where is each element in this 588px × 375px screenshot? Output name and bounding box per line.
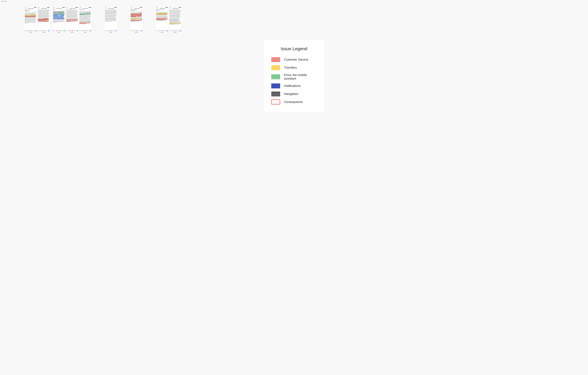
tab-today[interactable]: Today (169, 30, 171, 32)
review-content: Mediocre 1y ago ★★★★★ La Buena Protector… (52, 9, 65, 30)
tab-apps[interactable]: 13Apps (110, 30, 112, 32)
phone-1: 10:32 Back Ratings & Reviews Ratings & R… (24, 7, 37, 33)
tab-apps[interactable]: 13Apps (174, 30, 177, 32)
tab-label: Games (108, 31, 109, 32)
tab-arcade[interactable]: Arcade (86, 30, 89, 32)
arcade-icon (164, 30, 165, 31)
tab-today[interactable]: Today (156, 30, 158, 32)
status-bar: 10:58 🔒 (156, 7, 168, 8)
review-body: The app does most of basic functions you… (169, 10, 181, 25)
swatch-erica (271, 74, 280, 79)
tab-apps[interactable]: 13Apps (58, 30, 60, 32)
tab-arcade[interactable]: Arcade (60, 30, 63, 32)
games-icon (41, 30, 42, 31)
tab-apps[interactable]: 13Apps (84, 30, 86, 32)
tab-bar: Today 2Games 13Apps Arcade Search (105, 30, 117, 32)
review-content: The Beginning by, Me. 2y ago ★★★★★ Blake… (79, 9, 92, 30)
tab-games[interactable]: 2Games (68, 30, 71, 32)
legend-row-navigation: Navigation (271, 92, 317, 96)
tab-apps[interactable]: 13Apps (161, 30, 163, 32)
chevron-left-icon[interactable] (105, 8, 105, 9)
chevron-left-icon[interactable] (38, 8, 38, 9)
status-icons (114, 7, 116, 8)
tab-today[interactable]: Today (79, 30, 81, 32)
tab-label: Apps (72, 31, 73, 32)
tab-apps[interactable]: 13Apps (71, 30, 73, 32)
search-icon (116, 30, 116, 31)
tab-label: Games (28, 31, 29, 32)
chevron-left-icon[interactable] (53, 8, 53, 9)
status-icons (179, 7, 181, 8)
battery-icon (180, 7, 181, 8)
tab-search[interactable]: Search (115, 30, 117, 32)
chevron-left-icon[interactable] (156, 8, 157, 9)
tab-today[interactable]: Today (66, 30, 68, 32)
search-icon (180, 30, 181, 31)
tab-apps[interactable]: 13Apps (135, 30, 138, 32)
status-icons (89, 7, 91, 8)
home-indicator (42, 32, 45, 32)
tab-today[interactable]: Today (24, 30, 27, 32)
tab-arcade[interactable]: Arcade (138, 30, 140, 32)
tab-today[interactable]: Today (105, 30, 107, 32)
tab-search[interactable]: Search (34, 30, 37, 32)
tab-search[interactable]: Search (63, 30, 65, 32)
tab-games[interactable]: 2Games (171, 30, 174, 32)
tab-today[interactable]: Today (52, 30, 55, 32)
tab-games[interactable]: 2Games (55, 30, 58, 32)
tab-games[interactable]: 2Games (40, 30, 42, 32)
tab-games[interactable]: 2Games (27, 30, 29, 32)
tab-apps[interactable]: 13Apps (29, 30, 32, 32)
review-title: Bank of America customers Services is ho… (131, 10, 139, 11)
tab-arcade[interactable]: Arcade (32, 30, 34, 32)
nav-title: Ratings & Reviews (106, 8, 117, 9)
chevron-left-icon[interactable] (169, 8, 170, 9)
tab-apps[interactable]: 13Apps (42, 30, 45, 32)
chevron-left-icon[interactable] (131, 8, 131, 9)
tab-search[interactable]: Search (140, 30, 143, 32)
tab-search[interactable]: Search (89, 30, 92, 32)
tab-today[interactable]: Today (130, 30, 133, 32)
tab-label: Games (82, 31, 83, 32)
tab-label: Today (80, 31, 81, 32)
tab-games[interactable]: 2Games (81, 30, 84, 32)
legend-label: Transfers (284, 66, 297, 70)
apps-icon (59, 30, 59, 31)
chevron-left-icon[interactable] (25, 8, 25, 9)
tab-label: Search (35, 31, 36, 32)
tab-search[interactable]: Search (48, 30, 50, 32)
home-indicator (109, 32, 112, 32)
wifi-icon (48, 7, 48, 8)
tab-label: Search (116, 31, 116, 32)
tab-arcade[interactable]: Arcade (73, 30, 76, 32)
search-icon (77, 30, 78, 31)
review-body: The app is not greatly designed and isn'… (53, 11, 65, 23)
tab-search[interactable]: Search (76, 30, 78, 32)
tab-search[interactable]: Search (166, 30, 168, 32)
star-icon: ★ (81, 10, 82, 11)
review-content: The app is not greatly designed and isn'… (66, 9, 78, 30)
battery-icon (49, 7, 49, 8)
tab-search[interactable]: Search (179, 30, 182, 32)
phone-group-5: 10:58 🔒 Back Ratings & Reviews Limited f… (156, 7, 182, 33)
tab-games[interactable]: 2Games (133, 30, 135, 32)
status-icons (140, 7, 142, 8)
battery-icon (64, 7, 65, 8)
badge: 2 (160, 30, 161, 31)
chevron-left-icon[interactable] (66, 8, 67, 9)
tab-label: Apps (85, 31, 86, 32)
tab-arcade[interactable]: Arcade (45, 30, 47, 32)
tab-arcade[interactable]: Arcade (163, 30, 166, 32)
badge: 13 (59, 30, 60, 31)
tab-games[interactable]: 2Games (158, 30, 161, 32)
tab-arcade[interactable]: Arcade (112, 30, 115, 32)
chevron-left-icon[interactable] (79, 8, 80, 9)
badge: 2 (42, 30, 42, 31)
tab-today[interactable]: Today (37, 30, 40, 32)
tab-arcade[interactable]: Arcade (177, 30, 179, 32)
tab-games[interactable]: 2Games (107, 30, 109, 32)
review-body: When I finally received my I-Phone, it w… (79, 11, 91, 24)
text: Given you can do so on a desktop, but wh… (156, 15, 168, 18)
tab-label: Games (133, 31, 135, 32)
status-icons (34, 7, 36, 8)
